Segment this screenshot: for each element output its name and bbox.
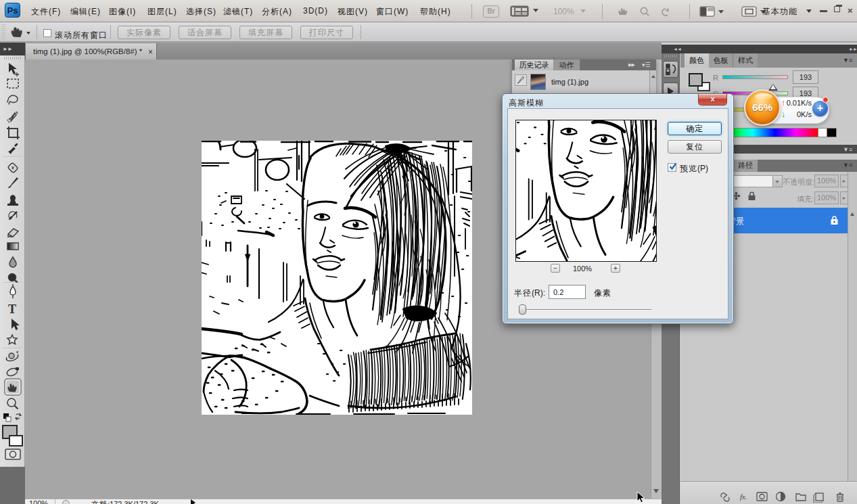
svg-text:T: T [8,302,16,316]
svg-text:fx.: fx. [740,492,747,501]
